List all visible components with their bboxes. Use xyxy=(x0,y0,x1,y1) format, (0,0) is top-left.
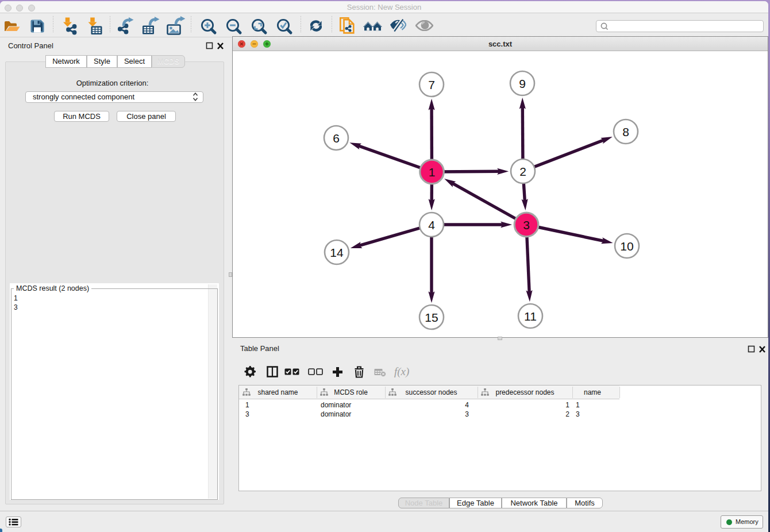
svg-text:6: 6 xyxy=(333,132,340,145)
svg-text:10: 10 xyxy=(620,240,633,253)
svg-text:14: 14 xyxy=(330,246,344,259)
svg-text:1: 1 xyxy=(429,165,436,179)
svg-text:7: 7 xyxy=(428,78,435,91)
svg-text:15: 15 xyxy=(425,311,438,324)
svg-text:2: 2 xyxy=(519,165,526,178)
svg-text:8: 8 xyxy=(622,125,629,138)
svg-text:9: 9 xyxy=(519,77,526,90)
svg-text:4: 4 xyxy=(428,218,435,232)
svg-text:11: 11 xyxy=(524,310,537,323)
svg-text:3: 3 xyxy=(523,218,530,232)
